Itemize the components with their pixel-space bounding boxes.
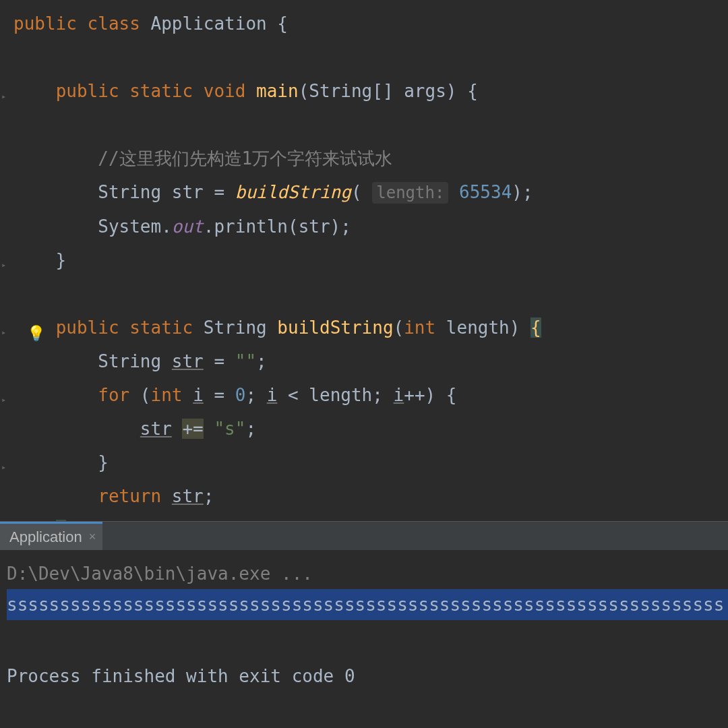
close-icon[interactable]: × — [89, 530, 96, 544]
code-line[interactable]: String str = buildString( length: 65534)… — [13, 175, 728, 210]
console-exit-line: Process finished with exit code 0 — [7, 661, 721, 692]
console-tab[interactable]: Application × — [0, 522, 102, 550]
fold-marker-icon[interactable]: ▸ — [1, 450, 11, 460]
code-editor[interactable]: ▸ ▸ ▸ ▸ ▸ ▸ public class Application { p… — [0, 0, 728, 521]
code-line[interactable]: return str; — [13, 479, 728, 513]
fold-marker-icon[interactable]: ▸ — [1, 383, 11, 392]
editor-gutter: ▸ ▸ ▸ ▸ ▸ ▸ — [0, 0, 13, 521]
fold-marker-icon[interactable]: ▸ — [1, 248, 11, 257]
code-line[interactable]: System.out.println(str); — [13, 210, 728, 243]
console-tab-label: Application — [9, 528, 82, 546]
code-line[interactable]: } — [13, 243, 728, 277]
code-line[interactable]: } — [13, 446, 728, 479]
console-output[interactable]: D:\Dev\Java8\bin\java.exe ... ssssssssss… — [0, 550, 728, 700]
code-line[interactable]: String str = ""; — [13, 344, 728, 378]
console-command-line: D:\Dev\Java8\bin\java.exe ... — [7, 558, 721, 589]
console-output-line: ssssssssssssssssssssssssssssssssssssssss… — [7, 589, 721, 630]
code-line[interactable] — [13, 108, 728, 142]
console-blank-line — [7, 630, 721, 661]
code-line[interactable]: public class Application { — [13, 7, 728, 40]
intention-bulb-icon[interactable]: 💡 — [27, 317, 45, 351]
code-line[interactable]: str += "s"; — [13, 412, 728, 446]
code-line[interactable]: //这里我们先构造1万个字符来试试水 — [13, 142, 728, 175]
run-console-panel: Application × D:\Dev\Java8\bin\java.exe … — [0, 521, 728, 728]
code-line[interactable] — [13, 40, 728, 74]
fold-marker-icon[interactable]: ▸ — [1, 80, 11, 89]
code-line[interactable] — [13, 277, 728, 311]
code-line[interactable]: public static void main(String[] args) { — [13, 74, 728, 108]
code-line[interactable]: public static String buildString(int len… — [13, 311, 728, 344]
code-line[interactable]: for (int i = 0; i < length; i++) { — [13, 378, 728, 412]
fold-marker-icon[interactable]: ▸ — [1, 315, 11, 325]
console-tab-bar: Application × — [0, 522, 728, 550]
